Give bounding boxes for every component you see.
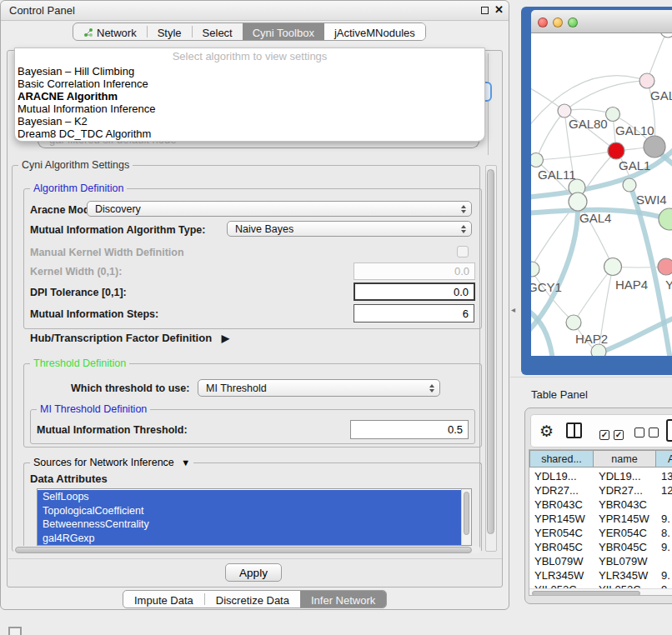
attribute-list-item[interactable]: TopologicalCoefficient	[38, 504, 461, 518]
table-row[interactable]: YPR145WYPR145W9.	[529, 512, 672, 526]
algorithm-option[interactable]: Mutual Information Inference	[15, 102, 484, 115]
table-row[interactable]: YDL19...YDL19...13	[529, 469, 672, 483]
control-panel-titlebar[interactable]: Control Panel ✕	[1, 1, 509, 21]
network-edge	[536, 111, 564, 160]
network-node-gal4[interactable]	[569, 192, 587, 211]
tab-jactivemnodules[interactable]: jActiveMNodules	[324, 23, 425, 41]
column-header-third[interactable]: A	[656, 450, 672, 468]
attribute-list-item[interactable]: SelfLoops	[38, 490, 461, 504]
network-window-titlebar[interactable]	[531, 10, 672, 33]
network-node-hap4[interactable]	[604, 258, 622, 276]
table-panel-divider	[510, 377, 672, 378]
table-cell: YER054C	[529, 527, 594, 539]
algorithm-option[interactable]: Basic Correlation Inference	[15, 78, 484, 90]
table-cell: YBR043C	[529, 498, 594, 511]
list-vertical-scrollbar[interactable]	[461, 489, 471, 545]
network-node-gal[interactable]	[639, 73, 654, 88]
tab-infer-network[interactable]: Infer Network	[300, 591, 386, 608]
hidden-group-border	[488, 53, 489, 155]
network-node-gal10[interactable]	[606, 108, 620, 122]
network-node-gal1[interactable]	[608, 142, 624, 159]
gear-icon[interactable]: ⚙	[539, 422, 554, 441]
close-icon[interactable]: ✕	[494, 3, 504, 16]
data-attributes-list[interactable]: SelfLoopsTopologicalCoefficientBetweenne…	[37, 488, 472, 546]
dpi-tolerance-field[interactable]: 0.0	[354, 282, 475, 301]
which-threshold-value: MI Threshold	[206, 382, 267, 394]
aracne-mode-combo[interactable]: Discovery	[87, 201, 472, 217]
mac-minimize-button[interactable]	[553, 18, 563, 28]
column-header-name[interactable]: name	[594, 450, 656, 468]
network-node-gcy1[interactable]	[531, 262, 539, 277]
sources-group-title[interactable]: Sources for Network Inference ▼	[30, 457, 193, 469]
attribute-list-item[interactable]: BetweennessCentrality	[38, 518, 461, 532]
scrollbar-thumb[interactable]	[15, 547, 472, 553]
table-row[interactable]: YBR045CYBR045C9.	[529, 540, 672, 554]
algorithm-option[interactable]: Bayesian – Hill Climbing	[15, 65, 484, 78]
table-cell: YBL079W	[529, 555, 594, 568]
network-window-frame: GALGAL80GAL10GAL1GAL11SWI4GAL4GCY1HAP4YH…	[521, 7, 672, 375]
network-node-y[interactable]	[658, 258, 672, 275]
algorithm-option[interactable]: ARACNE Algorithm	[15, 90, 484, 102]
expand-arrow-icon[interactable]: ▶	[222, 332, 229, 344]
mi-steps-field[interactable]: 6	[354, 304, 474, 322]
attribute-list-item[interactable]: gal4RGexp	[38, 532, 461, 546]
network-node[interactable]	[644, 136, 665, 158]
network-node-gal80[interactable]	[558, 104, 571, 118]
column-header-shared-name[interactable]: shared...	[529, 450, 594, 468]
network-canvas[interactable]: GALGAL80GAL10GAL1GAL11SWI4GAL4GCY1HAP4YH…	[531, 33, 672, 356]
table-row[interactable]: YDR27...YDR27...12	[529, 483, 672, 498]
scrollbar-thumb[interactable]	[532, 591, 640, 596]
split-columns-icon[interactable]	[566, 422, 582, 438]
table-panel-title: Table Panel	[531, 388, 588, 401]
network-node[interactable]	[591, 344, 606, 356]
hub-definition-toggle[interactable]: Hub/Transcription Factor Definition ▶	[30, 332, 229, 344]
mi-threshold-field[interactable]: 0.5	[350, 420, 469, 439]
panel-collapse-grip-icon[interactable]: ◂	[511, 305, 515, 314]
network-node-hap2[interactable]	[566, 315, 581, 330]
tab-style[interactable]: Style	[148, 23, 192, 41]
table-row[interactable]: YBR043CYBR043C	[529, 498, 672, 512]
mac-close-button[interactable]	[538, 18, 548, 28]
scrollbar-thumb[interactable]	[464, 492, 469, 535]
tab-network[interactable]: Network	[73, 23, 147, 41]
checked-checkbox-icon[interactable]: ✓	[614, 426, 624, 441]
scrollbar-thumb[interactable]	[487, 169, 494, 534]
kernel-width-field: 0.0	[354, 262, 475, 280]
tab-discretize-data[interactable]: Discretize Data	[205, 591, 300, 608]
checked-checkbox-icon[interactable]: ✓	[599, 426, 609, 441]
tab-cyni-toolbox[interactable]: Cyni Toolbox	[243, 23, 324, 41]
apply-button[interactable]: Apply	[225, 563, 282, 582]
tab-impute-data[interactable]: Impute Data	[123, 591, 204, 608]
mi-type-combo[interactable]: Naive Bayes	[227, 221, 472, 237]
combo-stepper-icon	[461, 225, 466, 233]
manual-kernel-checkbox[interactable]	[457, 246, 469, 258]
network-node[interactable]	[660, 33, 672, 38]
node-label: GAL	[650, 88, 672, 102]
dpi-tolerance-label: DPI Tolerance [0,1]:	[30, 287, 127, 298]
table-cell: YLR345W	[529, 569, 594, 582]
new-table-icon[interactable]	[666, 419, 672, 442]
network-node-swi4[interactable]	[623, 178, 636, 192]
table-row[interactable]: YBL079WYBL079W	[529, 554, 672, 568]
table-horizontal-scrollbar[interactable]	[529, 588, 672, 596]
unchecked-checkbox-icon[interactable]	[634, 426, 644, 441]
unchecked-checkbox-icon[interactable]	[649, 426, 659, 441]
table-header-row: shared... name A	[529, 450, 672, 468]
float-window-icon[interactable]	[481, 7, 489, 14]
mini-panel-handle[interactable]	[8, 627, 22, 635]
settings-horizontal-scrollbar[interactable]	[13, 546, 480, 553]
table-row[interactable]: YER054CYER054C8.	[529, 526, 672, 540]
which-threshold-combo[interactable]: MI Threshold	[198, 379, 440, 397]
table-cell: 9.	[656, 541, 672, 553]
algorithm-option[interactable]: Bayesian – K2	[15, 115, 484, 128]
network-node-gal11[interactable]	[531, 153, 544, 168]
tab-select[interactable]: Select	[193, 23, 243, 41]
mac-zoom-button[interactable]	[568, 18, 578, 28]
table-row[interactable]: YLR345WYLR345W9.	[529, 568, 672, 582]
attribute-table: shared... name A YDL19...YDL19...13YDR27…	[529, 449, 672, 596]
settings-vertical-scrollbar[interactable]	[485, 165, 497, 552]
collapse-arrow-icon[interactable]: ▼	[181, 458, 190, 468]
network-node[interactable]	[659, 208, 672, 230]
algorithm-option[interactable]: Dream8 DC_TDC Algorithm	[15, 128, 484, 140]
table-toolbar: ⚙ ✓ ✓	[530, 414, 672, 448]
